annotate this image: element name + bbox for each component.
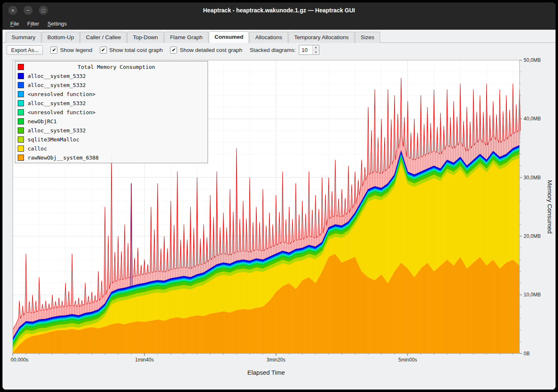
stacked-diagrams-spinbox[interactable]: 10 ▲ ▼	[299, 45, 319, 55]
x-tick-label: 3min20s	[267, 357, 285, 363]
checkbox-mark: ✔	[170, 47, 177, 54]
checkbox-label: Show legend	[60, 47, 92, 53]
tab-bottom-up[interactable]: Bottom-Up	[42, 32, 80, 43]
checkbox-label: Show total cost graph	[109, 47, 163, 53]
legend-swatch	[18, 118, 24, 124]
legend-item-label: newObjRC1	[28, 118, 57, 124]
tab-consumed[interactable]: Consumed	[209, 31, 249, 43]
x-axis-title: Elapsed Time	[247, 369, 285, 376]
tab-allocations[interactable]: Allocations	[249, 32, 288, 43]
legend-swatch	[18, 146, 24, 152]
menu-filter[interactable]: Filter	[24, 19, 43, 28]
legend-item-label: alloc__system_5332	[28, 82, 86, 88]
y-axis-title: Memory Consumed	[546, 180, 553, 234]
y-tick-label: 0B	[524, 351, 530, 357]
checkbox-show-legend[interactable]: ✔Show legend	[50, 47, 92, 54]
legend-swatch	[18, 64, 24, 70]
x-tick-label: 5min00s	[398, 357, 417, 363]
legend-item-label: <unresolved function>	[28, 91, 95, 97]
checkbox-label: Show detailed cost graph	[180, 47, 242, 53]
menu-file[interactable]: File	[7, 19, 23, 28]
legend-item: alloc__system_5332	[18, 99, 205, 108]
legend-swatch	[18, 100, 24, 106]
legend-item-label: alloc__system_5332	[28, 100, 86, 106]
tab-summary[interactable]: Summary	[6, 32, 41, 43]
window-title: Heaptrack - heaptrack.wakunode.1.gz — He…	[2, 7, 556, 14]
legend-swatch	[18, 136, 24, 143]
stacked-diagrams-label: Stacked diagrams:	[250, 47, 296, 53]
menu-bar: FileFilterSettings	[2, 18, 556, 30]
legend-header: Total Memory Consumption	[18, 62, 205, 71]
legend-item-label: rawNewObj__system_6388	[28, 155, 99, 161]
menu-settings[interactable]: Settings	[44, 19, 71, 28]
minimize-button[interactable]: −	[23, 5, 33, 15]
x-tick-label: 1min40s	[135, 357, 154, 363]
tab-bar: SummaryBottom-UpCaller / CalleeTop-DownF…	[2, 30, 556, 43]
spin-up-button[interactable]: ▲	[313, 45, 319, 50]
legend-item-label: alloc__system_5332	[28, 73, 86, 79]
legend-item-label: <unresolved function>	[28, 109, 95, 115]
tab-caller-callee[interactable]: Caller / Callee	[80, 32, 127, 43]
checkbox-show-detailed-cost-graph[interactable]: ✔Show detailed cost graph	[170, 47, 242, 54]
legend-item-label: sqlite3MemMalloc	[28, 136, 79, 143]
legend-item: newObjRC1	[18, 117, 205, 126]
legend-item: alloc__system_5332	[18, 71, 205, 80]
y-tick-label: 30,0MB	[524, 175, 541, 181]
tab-flame-graph[interactable]: Flame Graph	[164, 32, 208, 43]
legend-item: <unresolved function>	[18, 108, 205, 117]
y-tick-label: 50,0MB	[524, 57, 541, 63]
maximize-button[interactable]: □	[38, 5, 48, 15]
chart-legend: Total Memory Consumptionalloc__system_53…	[15, 61, 208, 163]
legend-swatch	[18, 127, 24, 134]
legend-swatch	[18, 82, 24, 88]
export-as-button[interactable]: Export As...	[7, 45, 43, 55]
title-bar[interactable]: ×−□ Heaptrack - heaptrack.wakunode.1.gz …	[2, 2, 556, 18]
legend-item-label: alloc__system_5332	[28, 127, 86, 134]
legend-item: alloc__system_5332	[18, 126, 205, 135]
legend-swatch	[18, 109, 24, 115]
window-controls: ×−□	[8, 5, 48, 15]
close-button[interactable]: ×	[8, 5, 18, 15]
tab-sizes[interactable]: Sizes	[355, 32, 380, 43]
legend-title: Total Memory Consumption	[28, 64, 205, 70]
legend-item: rawNewObj__system_6388	[18, 153, 205, 162]
window: ×−□ Heaptrack - heaptrack.wakunode.1.gz …	[2, 2, 556, 390]
toolbar-checkboxes: ✔Show legend✔Show total cost graph✔Show …	[50, 47, 242, 54]
x-tick-label: 00.000s	[11, 357, 28, 363]
legend-item: sqlite3MemMalloc	[18, 135, 205, 144]
stacked-diagrams-control: Stacked diagrams: 10 ▲ ▼	[250, 45, 319, 55]
checkbox-mark: ✔	[50, 47, 57, 54]
legend-item: calloc	[18, 144, 205, 153]
spin-down-button[interactable]: ▼	[313, 50, 319, 55]
checkbox-show-total-cost-graph[interactable]: ✔Show total cost graph	[100, 47, 163, 54]
tab-top-down[interactable]: Top-Down	[127, 32, 164, 43]
y-tick-label: 20,0MB	[524, 233, 541, 239]
tab-temporary-allocations[interactable]: Temporary Allocations	[288, 32, 355, 43]
legend-swatch	[18, 155, 24, 161]
legend-item: <unresolved function>	[18, 89, 205, 99]
y-tick-label: 10,0MB	[524, 292, 541, 298]
y-tick-label: 40,0MB	[524, 116, 541, 122]
legend-swatch	[18, 73, 24, 79]
chart-area: 00.000s1min40s3min20s5min00s0B10,0MB20,0…	[2, 57, 556, 390]
toolbar: Export As... ✔Show legend✔Show total cos…	[2, 43, 556, 57]
stacked-diagrams-value[interactable]: 10	[299, 45, 312, 54]
legend-item: alloc__system_5332	[18, 80, 205, 89]
spin-buttons: ▲ ▼	[312, 45, 319, 54]
legend-item-label: calloc	[28, 146, 47, 152]
legend-swatch	[18, 91, 24, 97]
checkbox-mark: ✔	[100, 47, 107, 54]
